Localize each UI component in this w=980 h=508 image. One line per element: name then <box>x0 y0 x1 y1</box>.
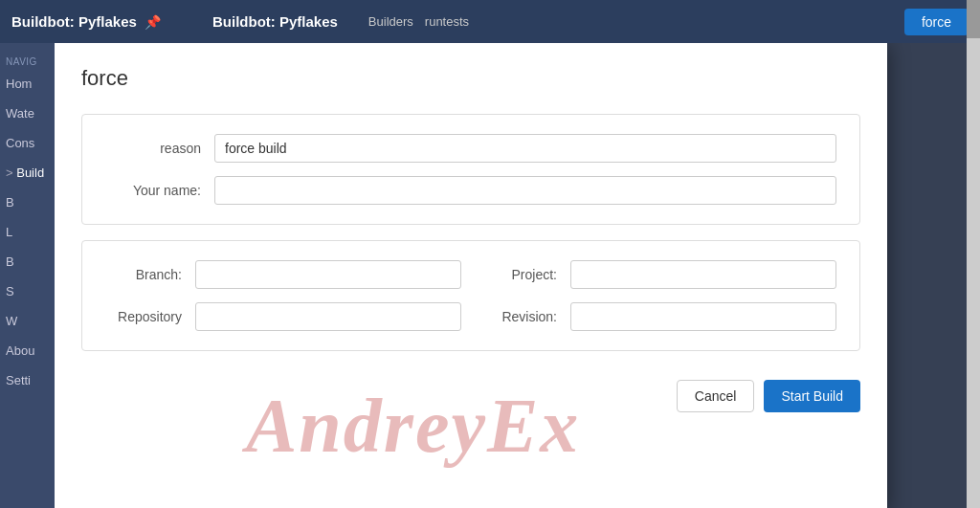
cancel-button[interactable]: Cancel <box>677 380 755 412</box>
repository-input[interactable] <box>195 302 461 331</box>
branch-project-row: Branch: Project: <box>105 260 836 289</box>
sidebar-item-b2[interactable]: B <box>0 247 55 276</box>
sidebar-item-s1[interactable]: S <box>0 276 55 306</box>
revision-label: Revision: <box>480 309 557 324</box>
yourname-row: Your name: <box>105 176 836 205</box>
top-bar: Buildbot: Pyflakes 📌 Buildbot: Pyflakes … <box>0 0 980 43</box>
branch-input[interactable] <box>195 260 461 289</box>
branch-col: Branch: <box>105 260 461 289</box>
modal-title: force <box>81 66 860 91</box>
revision-col: Revision: <box>480 302 836 331</box>
top-bar-left: Buildbot: Pyflakes 📌 <box>11 13 212 30</box>
branch-label: Branch: <box>105 267 182 282</box>
top-bar-center: Buildbot: Pyflakes Builders runtests <box>212 13 904 30</box>
form-section-basic: reason Your name: <box>81 114 860 225</box>
project-label: Project: <box>480 267 557 282</box>
yourname-label: Your name: <box>105 183 201 198</box>
repository-col: Repository <box>105 302 461 331</box>
pin-icon: 📌 <box>145 14 161 30</box>
form-section-repo: Branch: Project: Repository <box>81 240 860 351</box>
sidebar-item-w1[interactable]: W <box>0 306 55 336</box>
revision-input[interactable] <box>570 302 836 331</box>
content-area: force reason Your name: <box>55 43 980 508</box>
start-build-button[interactable]: Start Build <box>764 380 860 412</box>
main-layout: NAVIG Hom Wate Cons Build B L B S W Abou… <box>0 43 980 508</box>
modal-footer: Cancel Start Build <box>81 370 860 412</box>
reason-row: reason <box>105 134 836 163</box>
modal-overlay: force reason Your name: <box>55 43 980 508</box>
reason-input[interactable] <box>214 134 836 163</box>
reason-label: reason <box>105 141 201 156</box>
sidebar-item-builds[interactable]: Build <box>0 158 55 188</box>
top-bar-links: Builders runtests <box>368 14 469 29</box>
sidebar-item-home[interactable]: Hom <box>0 69 55 99</box>
repository-label: Repository <box>105 309 182 324</box>
builders-link[interactable]: Builders <box>368 14 413 29</box>
sidebar: NAVIG Hom Wate Cons Build B L B S W Abou… <box>0 43 55 508</box>
sidebar-item-console[interactable]: Cons <box>0 128 55 158</box>
modal: force reason Your name: <box>55 43 887 508</box>
repo-revision-row: Repository Revision: <box>105 302 836 331</box>
scrollbar[interactable] <box>967 0 980 508</box>
project-input[interactable] <box>570 260 836 289</box>
app-title: Buildbot: Pyflakes <box>11 13 137 30</box>
sidebar-item-waterfall[interactable]: Wate <box>0 99 55 128</box>
project-col: Project: <box>480 260 836 289</box>
sidebar-item-l1[interactable]: L <box>0 217 55 247</box>
force-button-top[interactable]: force <box>904 9 969 35</box>
yourname-input[interactable] <box>214 176 836 205</box>
sidebar-item-b1[interactable]: B <box>0 188 55 217</box>
sidebar-item-about[interactable]: Abou <box>0 336 55 365</box>
sidebar-nav-label: NAVIG <box>0 51 55 69</box>
runtests-link[interactable]: runtests <box>425 14 469 29</box>
center-title: Buildbot: Pyflakes <box>212 13 338 30</box>
sidebar-item-settings[interactable]: Setti <box>0 365 55 395</box>
scrollbar-thumb <box>967 0 980 38</box>
